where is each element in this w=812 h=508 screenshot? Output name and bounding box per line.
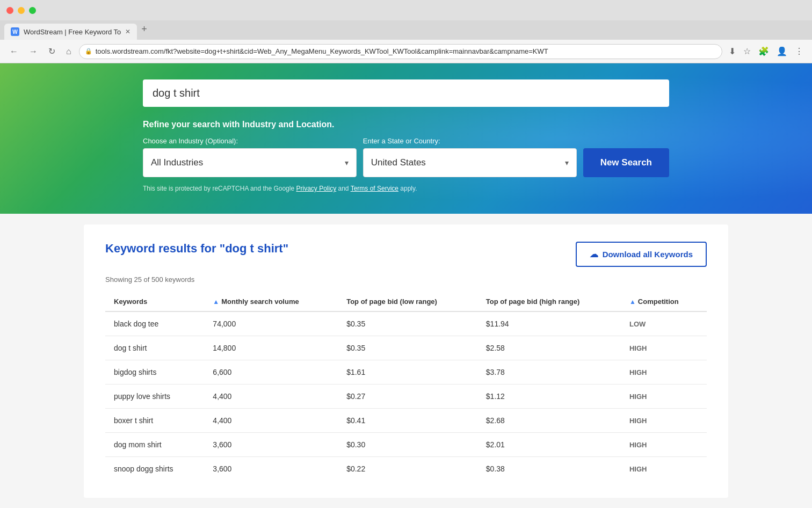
cell-volume: 3,600 [204,433,338,457]
tab-favicon-letter: W [12,29,17,35]
cell-high-bid: $2.58 [477,336,621,360]
active-tab[interactable]: W WordStream | Free Keyword To ✕ [4,24,137,40]
cell-volume: 4,400 [204,409,338,433]
cell-low-bid: $0.22 [338,457,477,481]
captcha-and: and [338,185,351,192]
browser-toolbar: ← → ↻ ⌂ 🔒 tools.wordstream.com/fkt?websi… [0,40,812,63]
address-bar[interactable]: 🔒 tools.wordstream.com/fkt?website=dog+t… [79,44,722,59]
cell-volume: 14,800 [204,336,338,360]
table-row: snoop dogg shirts 3,600 $0.22 $0.38 HIGH [105,457,707,481]
country-select[interactable]: United States ▾ [363,148,577,177]
url-text: tools.wordstream.com/fkt?website=dog+t+s… [96,47,716,55]
table-header-row: Keywords ▲Monthly search volume Top of p… [105,292,707,311]
cell-competition: HIGH [621,409,707,433]
table-row: dog t shirt 14,800 $0.35 $2.58 HIGH [105,336,707,360]
industry-label: Choose an Industry (Optional): [143,137,357,145]
cell-low-bid: $0.35 [338,311,477,336]
col-header-volume: ▲Monthly search volume [204,292,338,311]
bookmark-icon[interactable]: ☆ [741,44,753,59]
cell-high-bid: $11.94 [477,311,621,336]
profile-icon[interactable]: 👤 [774,44,789,59]
back-button[interactable]: ← [6,45,21,59]
cell-keyword: puppy love shirts [105,384,204,409]
extensions-icon[interactable]: 🧩 [756,44,771,59]
hero-inner: Refine your search with Industry and Loc… [132,79,680,192]
cell-keyword: dog mom shirt [105,433,204,457]
new-tab-button[interactable]: + [141,24,147,35]
toolbar-icons: ⬇ ☆ 🧩 👤 ⋮ [727,44,806,59]
download-label: Download all Keywords [603,250,693,259]
industry-select-value: All Industries [151,157,345,168]
privacy-policy-link[interactable]: Privacy Policy [296,185,336,192]
cell-competition: HIGH [621,457,707,481]
keyword-search-input[interactable] [153,87,659,99]
reload-button[interactable]: ↻ [45,44,59,59]
table-row: dog mom shirt 3,600 $0.30 $2.01 HIGH [105,433,707,457]
refine-label: Refine your search with Industry and Loc… [143,120,669,129]
industry-select[interactable]: All Industries ▾ [143,148,357,177]
cell-keyword: snoop dogg shirts [105,457,204,481]
cell-low-bid: $0.35 [338,336,477,360]
cell-high-bid: $0.38 [477,457,621,481]
cell-keyword: dog t shirt [105,336,204,360]
tab-close-button[interactable]: ✕ [125,28,130,35]
maximize-button[interactable] [29,7,36,14]
competition-icon: ▲ [629,298,636,306]
table-row: black dog tee 74,000 $0.35 $11.94 LOW [105,311,707,336]
cell-volume: 4,400 [204,384,338,409]
captcha-notice: This site is protected by reCAPTCHA and … [143,185,669,192]
cell-low-bid: $1.61 [338,360,477,384]
col-header-high-bid: Top of page bid (high range) [477,292,621,311]
new-search-button[interactable]: New Search [583,148,669,177]
browser-titlebar [0,0,812,20]
col-header-keywords: Keywords [105,292,204,311]
cell-competition: HIGH [621,433,707,457]
filter-row: Choose an Industry (Optional): All Indus… [143,137,669,177]
industry-select-arrow: ▾ [345,158,349,167]
cell-competition: HIGH [621,336,707,360]
cell-low-bid: $0.27 [338,384,477,409]
search-input-wrapper [143,79,669,107]
minimize-button[interactable] [18,7,25,14]
table-header: Keywords ▲Monthly search volume Top of p… [105,292,707,311]
forward-button[interactable]: → [26,45,41,59]
table-row: boxer t shirt 4,400 $0.41 $2.68 HIGH [105,409,707,433]
industry-filter-group: Choose an Industry (Optional): All Indus… [143,137,357,177]
cell-keyword: black dog tee [105,311,204,336]
col-header-competition: ▲Competition [621,292,707,311]
cell-high-bid: $1.12 [477,384,621,409]
menu-icon[interactable]: ⋮ [793,44,806,59]
cell-low-bid: $0.41 [338,409,477,433]
download-keywords-button[interactable]: ☁ Download all Keywords [576,242,707,267]
download-icon[interactable]: ⬇ [727,44,738,59]
col-header-low-bid: Top of page bid (low range) [338,292,477,311]
country-select-arrow: ▾ [565,158,569,167]
table-row: bigdog shirts 6,600 $1.61 $3.78 HIGH [105,360,707,384]
captcha-text: This site is protected by reCAPTCHA and … [143,185,296,192]
table-body: black dog tee 74,000 $0.35 $11.94 LOW do… [105,311,707,481]
terms-of-service-link[interactable]: Terms of Service [351,185,398,192]
country-label: Enter a State or Country: [363,137,577,145]
results-section: Keyword results for "dog t shirt" ☁ Down… [84,224,728,498]
cell-high-bid: $2.68 [477,409,621,433]
tab-title: WordStream | Free Keyword To [24,28,121,36]
results-header: Keyword results for "dog t shirt" ☁ Down… [105,242,707,267]
download-cloud-icon: ☁ [590,249,598,259]
close-button[interactable] [6,7,13,14]
cell-low-bid: $0.30 [338,433,477,457]
cell-competition: LOW [621,311,707,336]
hero-section: Refine your search with Industry and Loc… [0,63,812,214]
cell-keyword: bigdog shirts [105,360,204,384]
showing-count: Showing 25 of 500 keywords [105,275,707,284]
country-filter-group: Enter a State or Country: United States … [363,137,577,177]
col-competition-label: Competition [638,297,679,306]
lock-icon: 🔒 [85,48,92,55]
home-button[interactable]: ⌂ [63,45,75,59]
cell-high-bid: $3.78 [477,360,621,384]
table-row: puppy love shirts 4,400 $0.27 $1.12 HIGH [105,384,707,409]
tab-favicon: W [11,27,19,36]
keywords-table: Keywords ▲Monthly search volume Top of p… [105,292,707,481]
cell-competition: HIGH [621,360,707,384]
col-volume-label: Monthly search volume [221,297,299,306]
page-background: Keyword results for "dog t shirt" ☁ Down… [0,214,812,508]
